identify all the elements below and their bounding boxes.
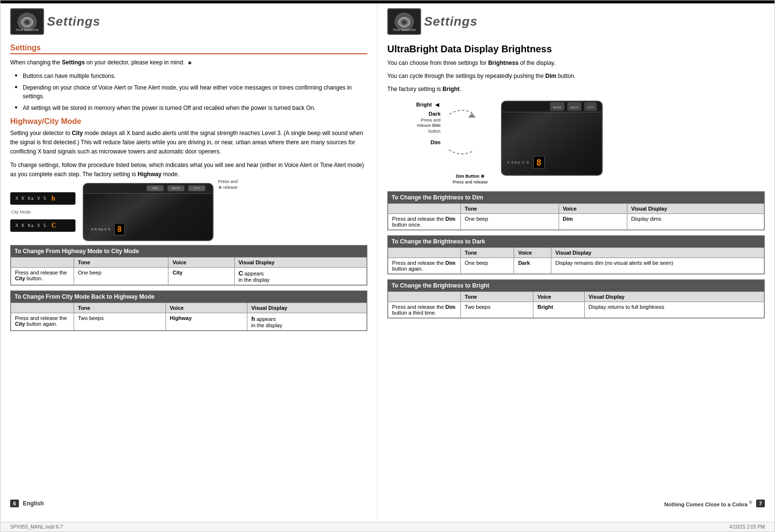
brightness-bold: Brightness bbox=[488, 60, 518, 66]
highway-body2: To change settings, follow the procedure… bbox=[10, 161, 367, 179]
th-voice-2: Voice bbox=[166, 303, 247, 313]
voice-cell-1: City bbox=[168, 267, 234, 285]
display-chars-1: X K Ka V S bbox=[15, 196, 46, 201]
display-screen-1: X K Ka V S h bbox=[10, 192, 76, 205]
settings-bold: Settings bbox=[62, 59, 85, 66]
device-bottom-area: X K Ka V S 8 bbox=[91, 223, 125, 235]
th-action-1 bbox=[11, 257, 74, 267]
action-dark: Press and release the Dim button again. bbox=[388, 258, 461, 274]
th-tone-1: Tone bbox=[74, 257, 168, 267]
dim-table: Tone Voice Visual Display Press and rele… bbox=[388, 203, 764, 230]
dark-group: Dark Press andrelease Dimbutton bbox=[404, 111, 441, 135]
city-btn-r-label: CITY bbox=[587, 106, 594, 109]
display-screen-2: X K Ka V S C bbox=[10, 219, 76, 232]
th-voice-bright: Voice bbox=[533, 291, 585, 302]
city-voice: City bbox=[172, 270, 182, 275]
table-row: Press and release the Dim button a third… bbox=[388, 302, 764, 318]
digit-value: 8 bbox=[536, 157, 542, 167]
mute-btn-text: MUTE bbox=[172, 187, 180, 190]
device-bottom-right: X KKa V S 8 bbox=[507, 156, 545, 169]
dark-voice: Dark bbox=[518, 260, 530, 266]
table-row: Press and release the Dim button once. O… bbox=[388, 213, 764, 229]
display-icon-2: C bbox=[51, 222, 56, 229]
dim-button-label: Dim Button ⊕ Press and release bbox=[453, 174, 488, 185]
settings-bullets: Buttons can have multiple functions. Dep… bbox=[15, 72, 367, 112]
bright-voice: Bright bbox=[537, 304, 553, 310]
table-to-dim: To Change the Brightness to Dim Tone Voi… bbox=[387, 191, 765, 230]
th-voice-dim: Voice bbox=[559, 203, 627, 213]
bright-table: Tone Voice Visual Display Press and rele… bbox=[388, 291, 764, 318]
svg-marker-6 bbox=[468, 113, 476, 118]
left-display-col: X K Ka V S h City Mode X K Ka V S C bbox=[10, 192, 76, 232]
bright-label-row: Bright ◄ bbox=[416, 101, 441, 108]
table-row: Press and release the City button again.… bbox=[11, 313, 367, 330]
mute-btn-r: MUTE bbox=[567, 102, 581, 111]
th-action-bright bbox=[388, 291, 461, 302]
brightness-body3: The factory setting is Bright. bbox=[387, 85, 765, 94]
visual-dark: Display remains dim (no visual alerts wi… bbox=[551, 258, 764, 274]
city-btn-r: CITY bbox=[584, 102, 597, 111]
svg-point-2 bbox=[26, 21, 29, 24]
device-image-wrapper: Press and⊕ release DIM MUTE CITY bbox=[83, 183, 213, 241]
bottom-info-bar: SPX955_MANL.indd 6-7 4/10/15 2:05 PM bbox=[0, 522, 775, 532]
nothing-bold: Nothing bbox=[664, 501, 684, 507]
action-bright: Press and release the Dim button a third… bbox=[388, 302, 461, 318]
th-visual-bright: Visual Display bbox=[584, 291, 764, 302]
city-bold: City bbox=[72, 130, 83, 137]
h-symbol: h bbox=[251, 315, 255, 322]
mute-btn-r-label: MUTE bbox=[570, 106, 578, 109]
dim-label: Dim bbox=[430, 139, 441, 145]
dim-voice: Dim bbox=[563, 216, 573, 222]
diagram-svg-area: Dim Button ⊕ Press and release MODE MUTE bbox=[448, 98, 603, 185]
city-highway-table: Tone Voice Visual Display Press and rele… bbox=[11, 303, 367, 331]
brightness-labels: Bright ◄ Dark Press andrelease Dimbutton… bbox=[402, 98, 441, 145]
th-action-2 bbox=[11, 303, 74, 313]
dim-bold-2: Dim bbox=[445, 216, 456, 222]
dim-bold-1: Dim bbox=[545, 73, 556, 79]
table-dim-title: To Change the Brightness to Dim bbox=[388, 192, 764, 203]
th-tone-dark: Tone bbox=[461, 247, 514, 258]
left-page-header: Your Detector Settings bbox=[10, 8, 367, 36]
device-top-bar: MODE MUTE CITY bbox=[502, 102, 602, 112]
mode-btn: MODE bbox=[550, 102, 564, 111]
city-btn-text: CITY bbox=[194, 187, 200, 190]
tagline-rest: Comes Close to a Cobra bbox=[686, 501, 747, 507]
dark-label: Dark bbox=[429, 111, 441, 117]
th-action-dim bbox=[388, 203, 461, 213]
th-tone-bright: Tone bbox=[461, 291, 533, 302]
dim-btn-text: DIM bbox=[152, 187, 158, 190]
highway-voice: Highway bbox=[170, 315, 192, 321]
display-icon-1: h bbox=[51, 195, 55, 202]
radar-icon-svg bbox=[19, 15, 35, 29]
left-detector-label: Your Detector bbox=[11, 28, 43, 32]
right-header-icon-box: Your Detector bbox=[387, 8, 421, 35]
brightness-body2: You can cycle through the settings by re… bbox=[387, 72, 765, 81]
table-city-to-highway: To Change From City Mode Back to Highway… bbox=[10, 290, 367, 331]
settings-intro: When changing the Settings on your detec… bbox=[10, 58, 367, 67]
tone-dim: One beep bbox=[461, 213, 559, 229]
table-highway-title: To Change From Highway Mode to City Mode bbox=[11, 245, 367, 257]
table-row: Press and release the City button. One b… bbox=[11, 267, 367, 285]
bullet-1: Buttons can have multiple functions. bbox=[15, 72, 367, 80]
bullet-3: All settings will be stored in memory wh… bbox=[15, 104, 367, 112]
right-page-header: Your Detector Settings bbox=[387, 8, 765, 36]
action-dim: Press and release the Dim button once. bbox=[388, 213, 461, 229]
voice-bright: Bright bbox=[533, 302, 585, 318]
footer-tagline: Nothing Comes Close to a Cobra ® bbox=[664, 500, 752, 507]
city-bold-2: City bbox=[15, 275, 25, 281]
voice-dark: Dark bbox=[514, 258, 551, 274]
table-row: Press and release the Dim button again. … bbox=[388, 258, 764, 274]
left-page-number: 6 bbox=[10, 500, 19, 507]
radar-icon-svg-right bbox=[396, 15, 412, 29]
th-action-dark bbox=[388, 247, 461, 258]
highway-body1: Setting your detector to City mode delay… bbox=[10, 129, 367, 157]
table-highway-to-city: To Change From Highway Mode to City Mode… bbox=[10, 245, 367, 286]
bright-label: Bright bbox=[416, 102, 432, 107]
left-page: Your Detector Settings Settings When cha… bbox=[0, 3, 378, 522]
right-header-title: Settings bbox=[424, 14, 478, 29]
display-chars-2: X K Ka V S bbox=[15, 223, 46, 228]
left-footer: 6 English bbox=[10, 500, 367, 507]
press-release-sub: Press and release bbox=[453, 180, 488, 184]
th-visual-dim: Visual Display bbox=[627, 203, 764, 213]
dark-table: Tone Voice Visual Display Press and rele… bbox=[388, 247, 764, 274]
